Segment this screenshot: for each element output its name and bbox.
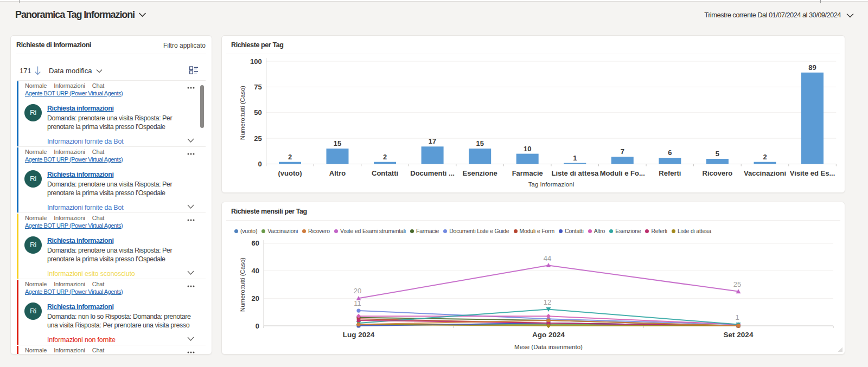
svg-text:Set 2024: Set 2024: [724, 331, 754, 339]
svg-text:40: 40: [252, 267, 259, 275]
svg-text:15: 15: [334, 139, 341, 147]
svg-text:Liste di attesa: Liste di attesa: [551, 169, 598, 177]
svg-text:25: 25: [254, 134, 261, 143]
svg-text:2: 2: [288, 153, 292, 161]
svg-text:Vaccinazioni: Vaccinazioni: [744, 169, 786, 177]
svg-text:Lug 2024: Lug 2024: [343, 331, 375, 339]
svg-text:Ago 2024: Ago 2024: [532, 331, 565, 339]
svg-text:0: 0: [256, 322, 259, 330]
svg-text:1: 1: [573, 154, 577, 162]
svg-text:0: 0: [258, 160, 261, 168]
svg-text:Visite ed Es...: Visite ed Es...: [790, 169, 835, 177]
svg-text:25: 25: [733, 280, 741, 288]
svg-text:50: 50: [254, 108, 261, 117]
svg-text:100: 100: [250, 57, 262, 66]
svg-text:Ricovero: Ricovero: [703, 169, 733, 177]
svg-text:89: 89: [808, 63, 816, 72]
svg-text:(vuoto): (vuoto): [278, 169, 302, 177]
svg-text:12: 12: [544, 298, 551, 306]
svg-text:Altro: Altro: [329, 169, 346, 177]
svg-text:7: 7: [621, 147, 624, 156]
svg-text:2: 2: [763, 153, 767, 161]
svg-text:Esenzione: Esenzione: [463, 169, 497, 177]
svg-text:2: 2: [383, 153, 387, 161]
svg-text:5: 5: [716, 150, 719, 158]
svg-text:6: 6: [668, 149, 672, 157]
svg-text:Farmacie: Farmacie: [512, 169, 543, 177]
svg-text:20: 20: [354, 287, 361, 295]
svg-text:1: 1: [735, 313, 739, 321]
svg-text:20: 20: [252, 294, 259, 302]
svg-text:Documenti ...: Documenti ...: [410, 169, 455, 177]
svg-text:Contatti: Contatti: [372, 169, 398, 177]
svg-text:17: 17: [429, 137, 436, 145]
svg-text:Referti: Referti: [659, 169, 681, 177]
svg-text:60: 60: [252, 239, 259, 247]
svg-text:10: 10: [524, 145, 531, 153]
svg-text:75: 75: [254, 83, 261, 91]
svg-text:44: 44: [544, 254, 551, 262]
svg-text:Moduli e Fo...: Moduli e Fo...: [600, 169, 645, 177]
svg-text:Numero:tutti (Caso): Numero:tutti (Caso): [239, 257, 246, 312]
svg-text:15: 15: [476, 139, 483, 147]
svg-text:Tag Informazioni: Tag Informazioni: [528, 181, 574, 188]
svg-text:Mese (Data inserimento): Mese (Data inserimento): [514, 344, 583, 350]
svg-text:11: 11: [354, 299, 361, 307]
svg-text:Numero:tutti (Caso): Numero:tutti (Caso): [239, 86, 246, 140]
